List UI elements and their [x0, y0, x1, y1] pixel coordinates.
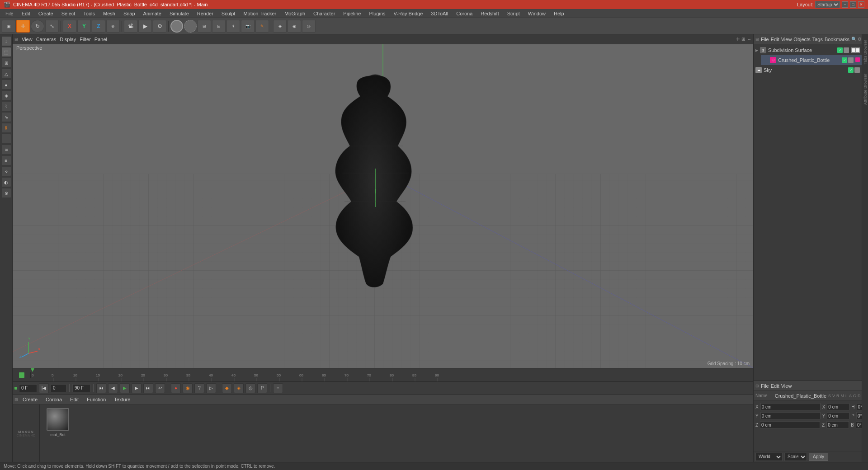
om-menu-bookmarks[interactable]: Bookmarks [825, 37, 849, 42]
viewport-area[interactable]: ⊞ View Cameras Display Filter Panel ✛ ⊞ … [13, 34, 753, 368]
om-vis-eye-bottle[interactable]: ✓ [842, 57, 847, 63]
menu-redshift[interactable]: Redshift [477, 10, 502, 17]
attr-z-pos[interactable] [760, 421, 820, 428]
menu-mograph[interactable]: MoGraph [281, 10, 309, 17]
om-menu-tags[interactable]: Tags [812, 37, 823, 42]
om-menu-edit[interactable]: Edit [771, 37, 779, 42]
menu-create[interactable]: Create [35, 10, 57, 17]
toolbar-display1[interactable]: ◈ [273, 20, 287, 33]
toolbar-render-settings[interactable]: ⚙ [153, 20, 166, 33]
play-btn[interactable]: ▶ [120, 383, 130, 393]
scale-dropdown[interactable]: Scale [784, 453, 807, 461]
menu-script[interactable]: Script [504, 10, 524, 17]
menu-3dtoall[interactable]: 3DToAll [427, 10, 452, 17]
om-vis-lock-sky[interactable] [854, 67, 860, 73]
timeline[interactable]: 0 5 10 15 20 25 [13, 368, 753, 381]
menu-pipeline[interactable]: Pipeline [340, 10, 364, 17]
menu-snap[interactable]: Snap [120, 10, 139, 17]
transport-play-back[interactable]: |◀ [39, 383, 49, 393]
prev-btn[interactable]: ◀ [108, 383, 118, 393]
tool-relax[interactable]: ⊗ [1, 188, 11, 198]
toolbar-x-axis[interactable]: X [63, 20, 76, 33]
viewport-menu-panel[interactable]: Panel [94, 37, 107, 42]
layout-select[interactable]: Startup [815, 1, 840, 8]
menu-plugins[interactable]: Plugins [365, 10, 389, 17]
attr-menu-file[interactable]: File [761, 383, 769, 389]
toolbar-camera[interactable]: 📷 [241, 20, 255, 33]
tabs-browser-label[interactable]: Tabs Browser [863, 40, 868, 65]
om-search-icon[interactable]: 🔍 [851, 37, 857, 42]
minimize-button[interactable]: − [842, 1, 848, 8]
om-menu-file[interactable]: File [761, 37, 769, 42]
om-menu-view[interactable]: View [781, 37, 792, 42]
end-frame-input[interactable] [72, 384, 90, 392]
play-back-btn[interactable]: |◀ [39, 383, 49, 393]
record-btn[interactable]: ● [171, 383, 181, 393]
viewport-ctrl-2[interactable]: ⊞ [741, 37, 745, 42]
menu-vray[interactable]: V-Ray Bridge [390, 10, 427, 17]
close-button[interactable]: ✕ [858, 1, 864, 8]
tool-poly[interactable]: △ [1, 69, 11, 79]
toolbar-y-axis[interactable]: Y [77, 20, 91, 33]
apply-button[interactable]: Apply [809, 453, 828, 461]
current-frame-input[interactable] [19, 384, 37, 392]
world-dropdown[interactable]: World [755, 453, 783, 461]
menu-render[interactable]: Render [193, 10, 217, 17]
attr-z-rot[interactable] [826, 421, 849, 428]
attr-x-pos[interactable] [760, 403, 821, 410]
toolbar-floor[interactable]: ⊟ [212, 20, 226, 33]
menu-help[interactable]: Help [550, 10, 568, 17]
menu-edit[interactable]: Edit [18, 10, 34, 17]
maximize-button[interactable]: □ [850, 1, 856, 8]
attribute-browser-label[interactable]: Attribute Browser [863, 74, 868, 105]
toolbar-sphere[interactable] [170, 20, 183, 33]
keyframe-btn4[interactable]: P [257, 383, 267, 393]
tool-bevel[interactable]: ◈ [1, 90, 11, 100]
autokey-btn[interactable]: ◉ [183, 383, 193, 393]
attr-y-pos[interactable] [760, 412, 821, 419]
next-btn[interactable]: ▶ [132, 383, 142, 393]
tool-select[interactable]: ⬚ [1, 47, 11, 57]
toolbar-edit-cam[interactable]: ✎ [255, 20, 269, 33]
end-btn[interactable]: ↩ [155, 383, 165, 393]
viewport-menu-cameras[interactable]: Cameras [36, 37, 57, 42]
om-item-bottle[interactable]: ⬡ Crushed_Plastic_Bottle ✓ [761, 55, 862, 65]
viewport-menu-display[interactable]: Display [60, 37, 76, 42]
menu-corona[interactable]: Corona [453, 10, 476, 17]
tool-extrude[interactable]: ▲ [1, 80, 11, 89]
material-slot[interactable]: mat_Bot [40, 404, 76, 462]
om-settings-icon[interactable]: ⚙ [858, 37, 862, 42]
tool-deform[interactable]: ⋯ [1, 134, 11, 144]
toolbar-render[interactable]: ▶ [138, 20, 152, 33]
tool-loop[interactable]: ⊞ [1, 58, 11, 68]
toolbar-flat-sphere[interactable] [184, 20, 197, 33]
tool-layer[interactable]: ≡ [1, 155, 11, 165]
play-mode-btn[interactable]: ▷ [206, 383, 216, 393]
next-frame-btn[interactable]: ⏭ [143, 383, 153, 393]
om-menu-objects[interactable]: Objects [793, 37, 810, 42]
frame-number-input[interactable] [51, 384, 66, 392]
viewport-ctrl-1[interactable]: ✛ [736, 37, 740, 42]
mm-tab-edit[interactable]: Edit [66, 396, 82, 403]
toolbar-mode-btn[interactable]: ▣ [2, 20, 15, 33]
menu-motion-tracker[interactable]: Motion Tracker [240, 10, 280, 17]
menu-animate[interactable]: Animate [140, 10, 165, 17]
mm-tab-texture[interactable]: Texture [110, 396, 134, 403]
menu-tools[interactable]: Tools [80, 10, 99, 17]
viewport-menu-filter[interactable]: Filter [80, 37, 90, 42]
toolbar-move-btn[interactable]: ✛ [16, 20, 30, 33]
attr-x-rot[interactable] [827, 403, 849, 410]
menu-mesh[interactable]: Mesh [99, 10, 119, 17]
om-item-subdivision[interactable]: ▶ S Subdivision Surface ✓ [754, 45, 862, 55]
toolbar-rotate-btn[interactable]: ↻ [31, 20, 44, 33]
attr-menu-edit[interactable]: Edit [771, 383, 779, 389]
toolbar-light[interactable]: ☀ [226, 20, 240, 33]
mm-tab-create[interactable]: Create [19, 396, 41, 403]
om-vis-lock-subdivision[interactable] [844, 47, 849, 53]
attr-y-rot[interactable] [827, 412, 849, 419]
om-item-sky[interactable]: ☁ Sky ✓ [754, 65, 862, 75]
menu-select[interactable]: Select [58, 10, 79, 17]
tool-smooth[interactable]: § [1, 123, 11, 133]
om-vis-lock-bottle[interactable] [848, 57, 854, 63]
tool-knife[interactable]: ⌇ [1, 101, 11, 111]
